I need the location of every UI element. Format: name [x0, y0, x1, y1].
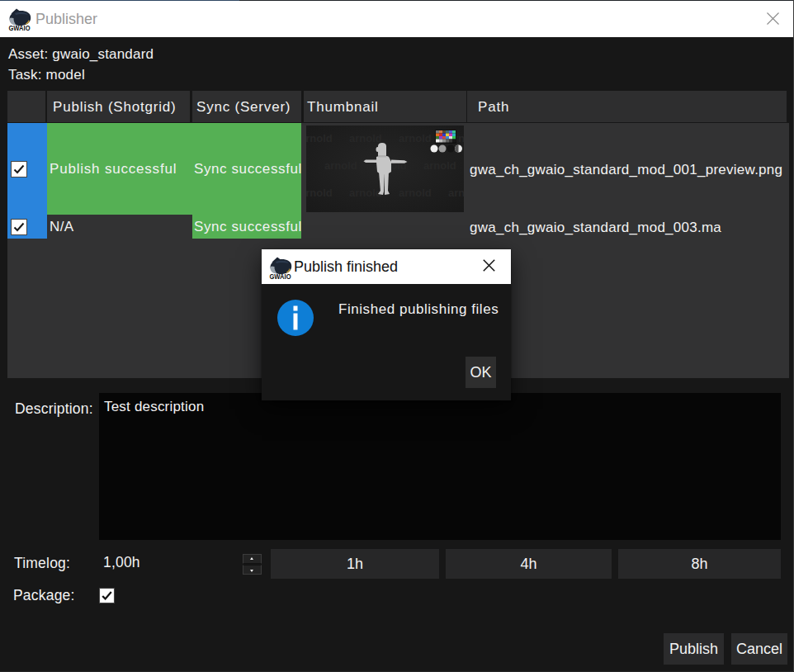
- svg-text:GWAIO: GWAIO: [9, 24, 31, 32]
- svg-text:arnold: arnold: [349, 132, 382, 144]
- svg-text:arnold: arnold: [306, 132, 333, 144]
- svg-text:arnold: arnold: [349, 187, 382, 199]
- svg-text:arnold: arnold: [399, 132, 432, 144]
- svg-text:arnold: arnold: [399, 187, 432, 199]
- svg-text:arnold: arnold: [423, 159, 456, 172]
- svg-text:arnold: arnold: [306, 187, 333, 199]
- svg-text:arnold: arnold: [448, 187, 464, 199]
- svg-text:arnold: arnold: [324, 159, 357, 172]
- svg-text:GWAIO: GWAIO: [270, 272, 291, 281]
